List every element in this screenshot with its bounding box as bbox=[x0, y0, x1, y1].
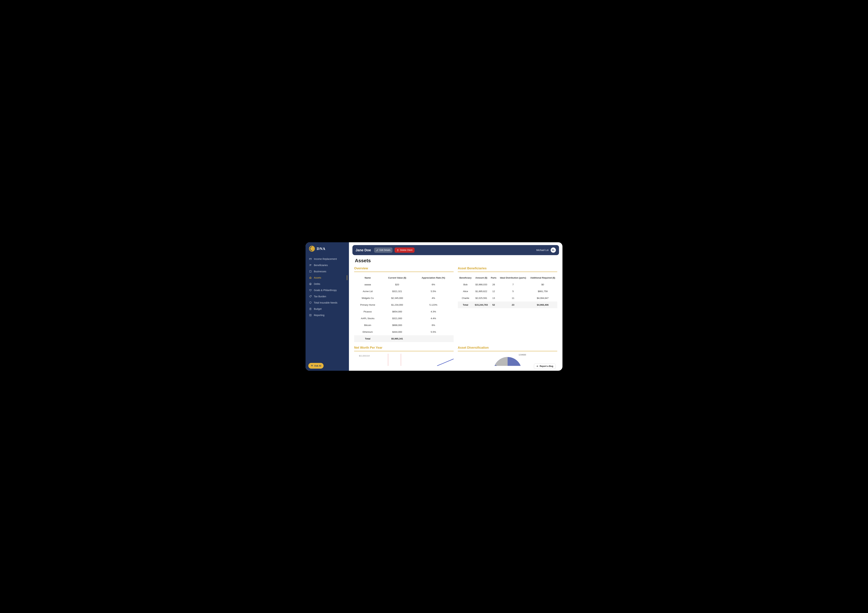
cell-rate: 6% bbox=[413, 322, 454, 328]
cell-rate: 6% bbox=[413, 281, 454, 288]
table-row: Alice$1,895,622125$881,759 bbox=[458, 288, 557, 295]
diversification-section: Asset Diversification 1234000 bbox=[458, 346, 557, 366]
table-row: AAPL Stocks$321,0004.4% bbox=[354, 315, 454, 322]
avatar[interactable]: ML bbox=[551, 248, 556, 253]
table-row: Widgets Co$2,345,0004% bbox=[354, 295, 454, 302]
beneficiaries-table: Beneficiary Amount ($) Parts Ideal Distr… bbox=[458, 274, 557, 308]
ask-ai-button[interactable]: Ask AI bbox=[308, 363, 324, 368]
cell-name: Picasso bbox=[354, 308, 381, 315]
table-row: Picasso$654,0004.3% bbox=[354, 308, 454, 315]
page-title: Assets bbox=[354, 258, 557, 263]
user-name: Michael Lei bbox=[536, 249, 549, 251]
users-icon bbox=[309, 264, 312, 266]
cell-ideal: 11 bbox=[498, 295, 528, 302]
cell-value: $444,000 bbox=[381, 328, 413, 335]
table-row: Primary Home$1,234,0005.123% bbox=[354, 302, 454, 308]
cell-total-value: $5,985,341 bbox=[381, 335, 413, 342]
cell-parts: 26 bbox=[490, 281, 498, 288]
cell-amount: $1,895,622 bbox=[473, 288, 490, 295]
cell-additional: $0 bbox=[528, 281, 557, 288]
sidebar-item-tax[interactable]: Tax Burden bbox=[305, 293, 349, 300]
megaphone-icon bbox=[536, 365, 539, 367]
cell-amount: $3,966,033 bbox=[473, 281, 490, 288]
sidebar-item-label: Tax Burden bbox=[314, 295, 326, 298]
nav-list: Income Replacement Beneficiaries Busines… bbox=[305, 256, 349, 318]
cell-additional: $881,759 bbox=[528, 288, 557, 295]
cell-rate: 5.123% bbox=[413, 302, 454, 308]
sidebar-item-debts[interactable]: Debts bbox=[305, 281, 349, 287]
table-row: Charlie$2,025,5911311$4,084,647 bbox=[458, 295, 557, 302]
sidebar-item-label: Total Insurable Needs bbox=[314, 301, 337, 304]
cell-total-amount: $15,244,783 bbox=[473, 302, 490, 308]
pie-slice-label: 1234000 bbox=[519, 354, 526, 356]
table-row: Ethereum$444,0005.5% bbox=[354, 328, 454, 335]
bank-icon bbox=[309, 276, 312, 279]
total-row: Total$15,244,7835223$4,966,406 bbox=[458, 302, 557, 308]
networth-chart: $11,633,514 bbox=[354, 354, 454, 366]
sidebar-item-businesses[interactable]: Businesses bbox=[305, 268, 349, 275]
cell-value: $654,000 bbox=[381, 308, 413, 315]
sidebar-item-insurable[interactable]: Total Insurable Needs bbox=[305, 300, 349, 306]
svg-rect-13 bbox=[310, 308, 311, 310]
sidebar-item-label: Budget bbox=[314, 308, 321, 310]
building-icon bbox=[309, 270, 312, 273]
document-icon bbox=[309, 308, 312, 310]
svg-point-18 bbox=[312, 365, 312, 366]
cell-rate: 4.3% bbox=[413, 308, 454, 315]
client-name: Jane Doe bbox=[355, 248, 371, 252]
edit-details-button[interactable]: Edit Details bbox=[374, 248, 392, 253]
cell-total-label: Total bbox=[354, 335, 381, 342]
networth-title: Net Worth Per Year bbox=[354, 346, 454, 351]
cell-name: Bitcoin bbox=[354, 322, 381, 328]
sidebar-item-beneficiaries[interactable]: Beneficiaries bbox=[305, 262, 349, 268]
logo-mark-icon bbox=[309, 246, 315, 252]
delete-client-button[interactable]: Delete Client bbox=[395, 248, 415, 253]
cell-value: $20 bbox=[381, 281, 413, 288]
sidebar-item-reporting[interactable]: Reporting bbox=[305, 312, 349, 318]
sidebar-item-label: Beneficiaries bbox=[314, 264, 328, 266]
cell-beneficiary: Charlie bbox=[458, 295, 473, 302]
cell-value: $666,000 bbox=[381, 322, 413, 328]
cell-parts: 13 bbox=[490, 295, 498, 302]
col-additional: Additional Required ($) bbox=[528, 274, 557, 281]
sidebar-item-goals[interactable]: Goals & Philanthropy bbox=[305, 287, 349, 293]
col-parts: Parts bbox=[490, 274, 498, 281]
sidebar-item-label: Goals & Philanthropy bbox=[314, 289, 337, 292]
app-frame: DNA Income Replacement Beneficiaries Bus… bbox=[305, 242, 563, 371]
sidebar-item-label: Debts bbox=[314, 283, 320, 285]
cell-name: AAPL Stocks bbox=[354, 315, 381, 322]
svg-point-2 bbox=[310, 264, 310, 265]
ask-ai-label: Ask AI bbox=[314, 364, 321, 367]
total-row: Total$5,985,341 bbox=[354, 335, 454, 342]
sidebar-item-assets[interactable]: Assets bbox=[305, 275, 349, 281]
logo: DNA bbox=[305, 246, 349, 255]
topbar: Jane Doe Edit Details Delete Client Mich… bbox=[352, 245, 559, 255]
cell-amount: $2,025,591 bbox=[473, 295, 490, 302]
sidebar: DNA Income Replacement Beneficiaries Bus… bbox=[305, 242, 349, 371]
robot-icon bbox=[311, 364, 313, 367]
col-ideal: Ideal Distribution (parts) bbox=[498, 274, 528, 281]
sidebar-item-income-replacement[interactable]: Income Replacement bbox=[305, 256, 349, 262]
sidebar-item-label: Assets bbox=[314, 276, 321, 279]
main: Jane Doe Edit Details Delete Client Mich… bbox=[349, 242, 563, 371]
cell-rate: 5.5% bbox=[413, 328, 454, 335]
sidebar-item-label: Businesses bbox=[314, 270, 326, 273]
report-bug-label: Report a Bug bbox=[540, 365, 553, 367]
sidebar-item-label: Reporting bbox=[314, 314, 324, 317]
cell-total-parts: 52 bbox=[490, 302, 498, 308]
report-bug-button[interactable]: Report a Bug bbox=[534, 364, 555, 369]
cell-additional: $4,084,647 bbox=[528, 295, 557, 302]
brand-name: DNA bbox=[317, 246, 326, 251]
dollar-icon bbox=[309, 283, 312, 285]
cell-name: Primary Home bbox=[354, 302, 381, 308]
card-icon bbox=[309, 257, 312, 260]
cell-parts: 12 bbox=[490, 288, 498, 295]
table-row: aaaaa$206% bbox=[354, 281, 454, 288]
trash-icon bbox=[397, 249, 399, 251]
svg-rect-4 bbox=[310, 271, 311, 272]
cell-value: $321,321 bbox=[381, 288, 413, 295]
cell-value: $1,234,000 bbox=[381, 302, 413, 308]
edit-label: Edit Details bbox=[380, 249, 391, 251]
sidebar-item-budget[interactable]: Budget bbox=[305, 306, 349, 312]
overview-title: Overview bbox=[354, 266, 454, 272]
